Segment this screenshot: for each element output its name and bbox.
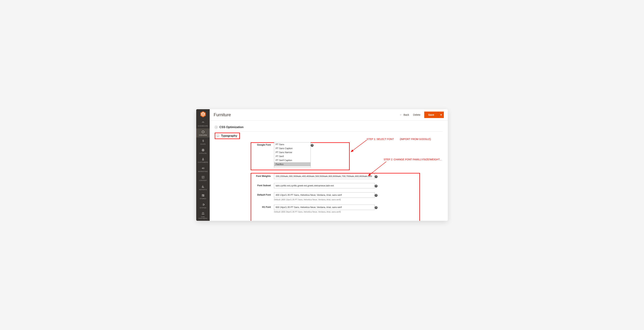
caret-down-icon: ▼ <box>440 113 442 116</box>
arrow-left-icon: ← <box>400 113 402 116</box>
nav-content[interactable]: CONTENT <box>196 174 210 183</box>
font-option[interactable]: PT Sans Narrow <box>274 150 310 154</box>
page-title: Furniture <box>214 112 396 117</box>
chevron-up-icon: ▴ <box>216 134 219 137</box>
dollar-icon <box>201 139 205 143</box>
typography-form: STEP 1: SELECT FONT (IMPORT FROM GOOGLE)… <box>215 139 443 213</box>
magento-logo[interactable] <box>196 109 210 119</box>
box-icon <box>201 148 205 152</box>
nav-partners[interactable]: FIND PARTNERS <box>196 210 210 221</box>
nav-reports[interactable]: REPORTS <box>196 183 210 192</box>
label-font-weights: Font Weights <box>251 174 274 178</box>
default-font-input[interactable] <box>274 192 375 198</box>
gear-icon <box>201 203 205 206</box>
chevron-down-icon: ▾ <box>215 126 218 129</box>
annotation-step2: STEP 2: CHANGE FONT FAMILLY/SIZE/WEIGHT.… <box>384 158 442 161</box>
font-subset-input[interactable] <box>274 183 375 188</box>
h1-font-input[interactable] <box>274 205 375 210</box>
default-font-hint: Default: [400 13px/1.35 PT Sans, Helveti… <box>274 199 375 201</box>
nav-dashboard[interactable]: DASHBOARD <box>196 119 210 128</box>
font-option-selected[interactable]: Pacifico <box>274 162 310 166</box>
label-google-font: Google Font <box>251 142 274 146</box>
font-weights-input[interactable] <box>274 174 375 179</box>
nav-customers[interactable]: CUSTOMERS <box>196 156 210 165</box>
label-default-font: Default Font <box>251 192 274 196</box>
nav-marketing[interactable]: MARKETING <box>196 165 210 174</box>
cube-icon <box>201 130 205 134</box>
nav-stores[interactable]: STORES <box>196 192 210 201</box>
nav-catalog[interactable]: CATALOG <box>196 147 210 156</box>
save-dropdown-toggle[interactable]: ▼ <box>438 112 444 118</box>
annotation-step1: STEP 1: SELECT FONT <box>366 138 394 140</box>
person-icon <box>201 157 205 161</box>
font-option[interactable]: PT Sans Caption <box>274 146 310 150</box>
section-css-optimization[interactable]: ▾ CSS Optimization <box>215 124 443 130</box>
nav-system[interactable]: SYSTEM <box>196 201 210 210</box>
help-icon[interactable]: ? <box>375 185 378 188</box>
font-option[interactable]: PT Serif Caption <box>274 158 310 162</box>
section-typography[interactable]: ▴ Typography <box>216 134 237 138</box>
google-font-listbox[interactable]: PT Sans PT Sans Caption PT Sans Narrow P… <box>274 142 311 168</box>
store-icon <box>201 194 205 197</box>
admin-sidebar: DASHBOARD CODAZON SALES CATALOG CUSTOMER… <box>196 109 210 221</box>
back-button[interactable]: ← Back <box>400 113 409 116</box>
save-button[interactable]: Save <box>424 112 438 118</box>
help-icon[interactable]: ? <box>375 194 378 197</box>
h1-font-hint: Default: [600 24px/1.35 PT Sans, Helveti… <box>274 211 375 213</box>
font-option[interactable]: PT Serif <box>274 154 310 158</box>
megaphone-icon <box>201 167 205 170</box>
main-area: Furniture ← Back Delete Save ▼ ▾ CSS Opt… <box>210 109 448 221</box>
help-icon[interactable]: ? <box>375 175 378 178</box>
delete-button[interactable]: Delete <box>413 113 420 116</box>
nav-sales[interactable]: SALES <box>196 137 210 147</box>
help-icon[interactable]: ? <box>311 144 314 147</box>
app-frame: DASHBOARD CODAZON SALES CATALOG CUSTOMER… <box>196 109 448 221</box>
section-typography-highlight: ▴ Typography <box>215 133 240 139</box>
label-font-subset: Font Subset <box>251 183 274 187</box>
chart-icon <box>201 185 205 188</box>
nav-codazon[interactable]: CODAZON <box>196 128 210 138</box>
save-button-group: Save ▼ <box>424 112 444 118</box>
help-icon[interactable]: ? <box>375 206 378 209</box>
partners-icon <box>201 212 205 215</box>
layout-icon <box>201 176 205 179</box>
content-area: ▾ CSS Optimization ▴ Typography STEP 1: … <box>210 120 448 221</box>
font-option[interactable]: PT Sans <box>274 142 310 146</box>
page-header: Furniture ← Back Delete Save ▼ <box>210 109 448 120</box>
gauge-icon <box>201 121 205 124</box>
annotation-step1-note: (IMPORT FROM GOOGLE) <box>400 138 431 140</box>
label-h1-font: H1 Font <box>251 205 274 208</box>
